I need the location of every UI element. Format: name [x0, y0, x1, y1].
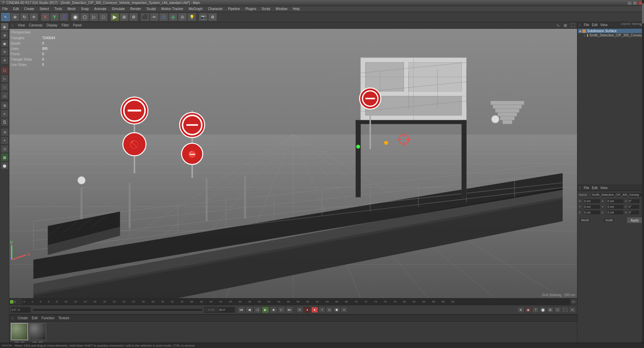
minimize-button[interactable]: – — [627, 1, 632, 5]
edges-mode-button[interactable]: ▷ — [90, 13, 98, 21]
p-field[interactable]: 0° — [628, 204, 640, 209]
menu-script[interactable]: Script — [261, 7, 271, 11]
mode-btn-4[interactable]: ⬤ — [540, 307, 546, 313]
play-reverse-button[interactable]: ◁ — [254, 307, 261, 313]
cube-tool-button[interactable]: ⬛ — [141, 13, 149, 21]
viewport-layout-icon[interactable]: ⊞ — [564, 23, 567, 28]
material-menu-function[interactable]: Function — [42, 316, 54, 320]
left-tool-2[interactable]: ⊕ — [1, 31, 9, 39]
left-tool-4[interactable]: ↻ — [1, 48, 9, 56]
maximize-button[interactable]: □ — [633, 1, 637, 5]
z-right-field[interactable]: 0 cm — [607, 210, 624, 215]
menu-edit[interactable]: Edit — [12, 7, 20, 11]
camera-tool-button[interactable]: 📷 — [199, 13, 208, 21]
material-1-thumb[interactable] — [11, 323, 28, 340]
paint-tool-button[interactable]: ⬡ — [159, 13, 168, 21]
mode-btn-6[interactable]: ⬡ — [554, 307, 561, 313]
material-menu-create[interactable]: Create — [18, 316, 28, 320]
left-tool-14[interactable]: ⌖ — [1, 137, 9, 145]
apply-button[interactable]: Apply — [627, 217, 643, 223]
menu-create[interactable]: Create — [23, 7, 35, 11]
rotate-tool-button[interactable]: ↻ — [20, 13, 29, 21]
left-tool-5[interactable]: ✛ — [1, 56, 9, 64]
x-right-field[interactable]: 0 cm — [607, 199, 624, 203]
viewport-menu-view[interactable]: View — [18, 23, 25, 27]
move-tool-button[interactable]: ⊕ — [11, 13, 19, 21]
frame-input[interactable] — [18, 308, 27, 312]
left-tool-8[interactable]: □ — [1, 83, 9, 91]
menu-plugins[interactable]: Plugins — [244, 7, 257, 11]
menu-file[interactable]: File — [1, 7, 9, 11]
play-button[interactable]: ▶ — [262, 307, 269, 313]
right-panel-scrollbar[interactable] — [642, 0, 644, 348]
menu-tools[interactable]: Tools — [53, 7, 63, 11]
y-pos-field[interactable]: 0 cm — [583, 204, 600, 209]
z-axis-button[interactable]: Z — [60, 13, 68, 21]
mode-btn-8[interactable]: ≡ — [569, 307, 576, 313]
x-pos-field[interactable]: 0 cm — [583, 199, 600, 203]
record-button[interactable]: ● — [304, 307, 311, 313]
prev-frame-button[interactable]: ◀ — [246, 307, 253, 313]
stop-button[interactable]: ■ — [270, 307, 277, 313]
left-tool-7[interactable]: ▷ — [1, 75, 9, 83]
viewport-drag-handle[interactable]: ⣿ — [11, 24, 14, 27]
z-pos-field[interactable]: 0 cm — [583, 210, 600, 215]
menu-snap[interactable]: Snap — [80, 7, 90, 11]
material-2-thumb[interactable] — [29, 323, 46, 340]
left-tool-11[interactable]: ≡ — [1, 110, 9, 118]
world-button[interactable]: World — [579, 217, 591, 223]
timeline-button[interactable]: ≡ — [341, 307, 347, 313]
left-tool-15[interactable]: ⊙ — [1, 145, 9, 153]
viewport-menu-panel[interactable]: Panel — [73, 23, 82, 27]
b-field[interactable]: 0° — [628, 210, 640, 215]
goto-start-button[interactable]: ⏮ — [238, 307, 245, 313]
left-tool-12[interactable]: S — [1, 118, 9, 126]
playback-scrubber[interactable] — [33, 309, 202, 311]
tree-item-object[interactable]: ▷ Smith_Detection_CIP_300_Convey — [578, 33, 643, 37]
attributes-menu-view[interactable]: View — [600, 186, 608, 190]
viewport-fullscreen-icon[interactable]: ⛶ — [571, 23, 575, 28]
viewport-menu-display[interactable]: Display — [47, 23, 58, 27]
name-field[interactable]: Smith_Detection_CIP_300_Convey — [591, 192, 643, 197]
tree-item-subdivision[interactable]: ▶ Subdivision Surface — [578, 29, 643, 33]
mode-btn-3[interactable]: ? — [532, 307, 539, 313]
cache-button[interactable]: ⊙ — [326, 307, 333, 313]
object-mode-button[interactable]: ◉ — [71, 13, 80, 21]
left-tool-10[interactable]: ⊞ — [1, 101, 9, 109]
settings-tool-button[interactable]: ⚙ — [208, 13, 217, 21]
subdivide-tool-button[interactable]: ◎ — [169, 13, 177, 21]
polygons-mode-button[interactable]: □ — [99, 13, 108, 21]
hierarchy-menu-file[interactable]: File — [584, 23, 589, 27]
next-frame-button[interactable]: ▷ — [278, 307, 285, 313]
hierarchy-menu-edit[interactable]: Edit — [592, 23, 597, 27]
menu-render[interactable]: Render — [129, 7, 142, 11]
menu-mograph[interactable]: MoGraph — [188, 7, 204, 11]
x-axis-button[interactable]: X — [41, 13, 50, 21]
timeline-ruler[interactable]: 0 2 4 6 8 10 12 14 16 18 20 22 24 26 28 … — [23, 298, 570, 305]
y-right-field[interactable]: 0 cm — [607, 204, 624, 209]
left-tool-3[interactable]: ▣ — [1, 39, 9, 48]
brush-tool-button[interactable]: ✏ — [150, 13, 159, 21]
menu-select[interactable]: Select — [38, 7, 50, 11]
mode-btn-7[interactable]: ⬛ — [562, 307, 568, 313]
goto-end-button[interactable]: ⏭ — [286, 307, 293, 313]
attributes-menu-edit[interactable]: Edit — [592, 186, 597, 190]
attributes-menu-file[interactable]: File — [584, 186, 589, 190]
left-tool-6[interactable]: ⬡ — [1, 66, 9, 74]
knife-tool-button[interactable]: ⊙ — [178, 13, 187, 21]
menu-mesh[interactable]: Mesh — [67, 7, 77, 11]
loop-mode-button[interactable]: ↻ — [297, 307, 303, 313]
menu-help[interactable]: Help — [292, 7, 301, 11]
left-tool-17[interactable]: ⬤ — [1, 162, 9, 170]
viewport-expand-icon[interactable]: ⤡ — [556, 23, 560, 28]
left-tool-1[interactable]: ◉ — [1, 23, 9, 31]
menu-motion-tracker[interactable]: Motion Tracker — [160, 7, 184, 11]
menu-window[interactable]: Window — [274, 7, 289, 11]
left-tool-13[interactable]: ⟲ — [1, 128, 9, 136]
hierarchy-menu-view[interactable]: View — [600, 23, 608, 27]
left-tool-16[interactable]: ▦ — [1, 153, 9, 161]
material-menu-texture[interactable]: Texture — [59, 316, 70, 320]
autokey-button[interactable]: ● — [311, 307, 318, 313]
menu-sculpt[interactable]: Sculpt — [146, 7, 157, 11]
left-tool-9[interactable]: △ — [1, 91, 9, 99]
